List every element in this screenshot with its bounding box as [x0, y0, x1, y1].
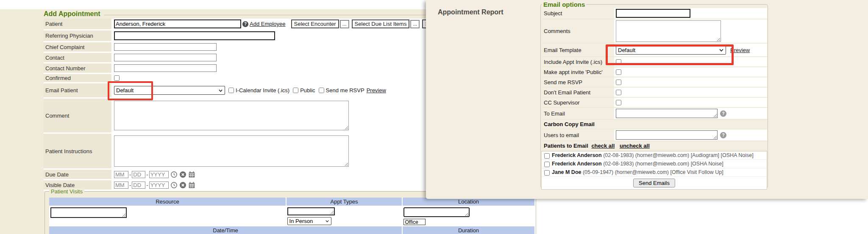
contact-label: Contact: [44, 53, 113, 62]
users-to-email-input[interactable]: [616, 130, 718, 140]
chief-complaint-input[interactable]: [114, 43, 217, 51]
patient-name: Frederick Anderson: [552, 161, 602, 167]
select-encounter-button[interactable]: Select Encounter: [291, 19, 339, 28]
report-title: Appointment Report: [438, 8, 504, 16]
patient-email-checkbox[interactable]: [544, 162, 550, 167]
send-emails-row: Send Emails: [542, 177, 767, 189]
send-me-rsvp-row: Send me RSVP: [541, 77, 767, 88]
send-me-rsvp-checkbox[interactable]: [616, 80, 621, 85]
users-to-email-row: Users to email ?: [541, 129, 767, 141]
resource-column-header: Resource: [49, 198, 286, 206]
visible-date-day-input[interactable]: [132, 182, 145, 189]
select-due-list-items-button[interactable]: Select Due List Items: [352, 19, 410, 28]
patient-instructions-label: Patient Instructions: [44, 134, 113, 168]
clock-icon[interactable]: [170, 182, 178, 189]
form-title: Add Appointment: [44, 10, 100, 18]
referring-physician-input[interactable]: [114, 31, 275, 40]
comments-row: Comments: [541, 19, 767, 44]
help-icon[interactable]: ?: [242, 21, 248, 27]
email-template-label: Email Template: [541, 44, 614, 56]
clock-icon[interactable]: [170, 171, 178, 178]
cc-supervisor-checkbox[interactable]: [616, 100, 621, 105]
contact-number-row: Contact Number: [44, 63, 426, 74]
contact-number-input[interactable]: [114, 64, 217, 72]
help-icon[interactable]: ?: [720, 110, 726, 117]
patients-to-email-title: Patients to Email: [544, 143, 588, 149]
patient-email-row: Jane M Doe (05-09-1947) (horner@mieweb.c…: [542, 168, 767, 177]
make-invite-public-row: Make appt invite 'Public': [541, 67, 767, 77]
confirmed-row: Confirmed: [44, 74, 426, 83]
comment-textarea[interactable]: [114, 101, 349, 130]
email-patient-row: Email Patient Default I-Calendar Invite …: [44, 83, 426, 99]
appt-type-select[interactable]: In Person: [287, 217, 331, 225]
make-invite-public-checkbox[interactable]: [616, 69, 621, 75]
due-date-month-input[interactable]: [114, 171, 128, 178]
send-me-rsvp-label: Send me RSVP: [541, 77, 614, 87]
comments-label: Comments: [541, 19, 614, 43]
patient-visits-table: Resource Appt Types Location In Person: [49, 198, 534, 234]
to-email-label: To Email: [541, 108, 614, 119]
public-checkbox[interactable]: [293, 88, 298, 93]
uncheck-all-link[interactable]: uncheck all: [620, 143, 650, 149]
calendar-icon[interactable]: [188, 182, 195, 189]
add-appointment-form: Add Appointment Patient ? Add Employee S…: [44, 9, 426, 191]
date-separator: -: [146, 171, 148, 178]
location-office-input[interactable]: [403, 219, 426, 225]
add-employee-link[interactable]: Add Employee: [250, 21, 286, 27]
preview-link[interactable]: Preview: [367, 87, 386, 94]
patient-instructions-textarea[interactable]: [114, 135, 349, 167]
due-date-row: Due Date - -: [44, 170, 426, 180]
dont-email-patient-checkbox[interactable]: [616, 90, 621, 95]
select-c-button[interactable]: Select C: [422, 19, 426, 28]
contact-input[interactable]: [114, 54, 217, 61]
chief-complaint-label: Chief Complaint: [44, 42, 113, 52]
visible-date-year-input[interactable]: [149, 182, 169, 189]
highlight-box-email-template-default: [606, 44, 734, 65]
comment-label: Comment: [44, 99, 113, 132]
due-date-label: Due Date: [44, 170, 113, 179]
location-input[interactable]: [403, 207, 470, 217]
public-label: Public: [300, 87, 315, 94]
icalendar-invite-checkbox[interactable]: [228, 88, 234, 93]
subject-row: Subject: [541, 8, 767, 19]
patient-email-row: Frederick Anderson (02-08-1983) (horner@…: [542, 151, 767, 160]
due-date-day-input[interactable]: [132, 171, 145, 178]
clear-icon[interactable]: [179, 182, 186, 189]
patient-visits-header-row-2: Date/Time Duration: [49, 226, 534, 234]
highlight-box-email-patient-default: [108, 81, 153, 100]
patient-input[interactable]: [114, 19, 241, 28]
check-all-link[interactable]: check all: [591, 143, 615, 149]
add-appointment-header: Add Appointment: [44, 9, 426, 19]
calendar-icon[interactable]: [188, 171, 195, 178]
chief-complaint-row: Chief Complaint: [44, 42, 426, 53]
contact-row: Contact: [44, 53, 426, 63]
comments-textarea[interactable]: [616, 20, 721, 42]
patient-name: Jane M Doe: [552, 169, 581, 175]
subject-label: Subject: [541, 8, 614, 19]
send-emails-button[interactable]: Send Emails: [633, 179, 675, 187]
subject-input[interactable]: [616, 9, 690, 18]
patient-visits-legend: Patient Visits: [49, 188, 84, 195]
appt-types-input[interactable]: [287, 207, 335, 215]
visible-date-month-input[interactable]: [114, 182, 128, 189]
screen: Add Appointment Patient ? Add Employee S…: [0, 0, 868, 234]
patient-details: (05-09-1947) (horner@mieweb.com) [Office…: [583, 169, 723, 175]
send-me-rsvp-checkbox[interactable]: [319, 88, 324, 93]
select-encounter-ellipsis-button[interactable]: ...: [340, 20, 349, 28]
dont-email-patient-label: Don't Email Patient: [541, 88, 614, 97]
patient-email-row: Frederick Anderson (02-08-1983) (horner@…: [542, 160, 767, 168]
due-date-year-input[interactable]: [149, 171, 169, 178]
select-due-list-ellipsis-button[interactable]: ...: [410, 20, 420, 28]
make-invite-public-label: Make appt invite 'Public': [541, 67, 614, 77]
confirmed-checkbox[interactable]: [114, 75, 120, 81]
clear-icon[interactable]: [179, 171, 186, 178]
dont-email-patient-row: Don't Email Patient: [541, 88, 767, 98]
resource-input[interactable]: [50, 207, 127, 218]
contact-number-label: Contact Number: [44, 63, 113, 73]
help-icon[interactable]: ?: [720, 132, 726, 138]
users-to-email-label: Users to email: [541, 129, 614, 140]
patient-email-checkbox[interactable]: [544, 153, 550, 159]
send-me-rsvp-label: Send me RSVP: [326, 87, 364, 94]
to-email-input[interactable]: [616, 109, 718, 118]
patient-email-checkbox[interactable]: [544, 170, 550, 176]
